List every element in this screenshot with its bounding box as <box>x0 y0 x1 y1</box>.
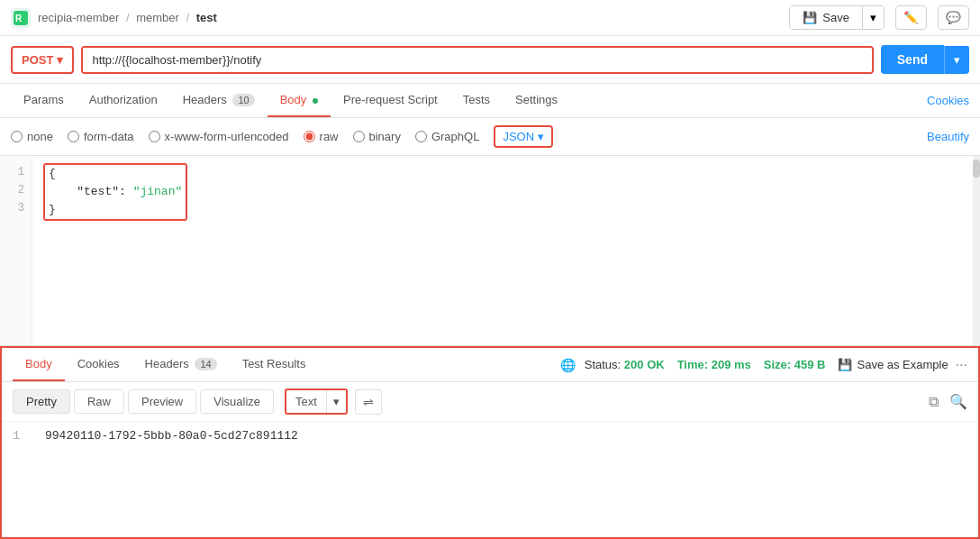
resp-wrap-button[interactable]: ⇌ <box>355 389 382 415</box>
code-editor: 1 2 3 { "test": "jinan" } <box>0 156 980 346</box>
cookies-link[interactable]: Cookies <box>927 85 969 116</box>
beautify-link[interactable]: Beautify <box>927 130 969 143</box>
resp-text-select: Text ▾ <box>285 388 348 415</box>
request-tabs-row: Params Authorization Headers 10 Body Pre… <box>0 84 980 118</box>
resp-status: Status: 200 OK <box>585 358 665 371</box>
save-dropdown-arrow[interactable]: ▾ <box>862 6 884 29</box>
edit-icon: ✏️ <box>903 11 919 24</box>
json-label: JSON <box>503 130 534 143</box>
tab-pre-request-script[interactable]: Pre-request Script <box>331 84 450 117</box>
method-label: POST <box>22 53 53 67</box>
svg-text:R: R <box>15 14 23 23</box>
code-line-2: "test": "jinan" <box>49 183 182 201</box>
chevron-down-icon: ▾ <box>870 11 876 24</box>
view-preview-button[interactable]: Preview <box>128 389 196 414</box>
view-raw-button[interactable]: Raw <box>74 389 124 414</box>
resp-body-options-row: Pretty Raw Preview Visualize Text ▾ ⇌ ⧉ … <box>2 382 978 422</box>
save-icon: 💾 <box>803 11 817 24</box>
breadcrumb: recipia-member / member / test <box>38 11 782 24</box>
save-example-icon: 💾 <box>838 358 852 371</box>
breadcrumb-part2: member <box>136 11 179 24</box>
json-type-dropdown[interactable]: JSON ▾ <box>494 125 553 148</box>
search-icon: 🔍 <box>949 394 967 409</box>
resp-tab-headers[interactable]: Headers 14 <box>132 348 230 381</box>
resp-text-arrow[interactable]: ▾ <box>326 390 346 413</box>
view-pretty-button[interactable]: Pretty <box>13 389 70 414</box>
line-numbers: 1 2 3 <box>0 156 32 345</box>
breadcrumb-sep2: / <box>186 11 190 24</box>
code-content[interactable]: { "test": "jinan" } <box>32 156 973 345</box>
resp-size: Size: 459 B <box>764 358 826 371</box>
time-value: 209 ms <box>712 358 751 371</box>
size-value: 459 B <box>794 358 826 371</box>
url-input[interactable] <box>83 48 871 72</box>
body-opt-binary[interactable]: binary <box>353 130 401 143</box>
resp-search-button[interactable]: 🔍 <box>949 393 967 410</box>
breadcrumb-current: test <box>196 11 217 24</box>
response-section: Body Cookies Headers 14 Test Results 🌐 S… <box>0 346 980 539</box>
line-num-3: 3 <box>0 199 32 217</box>
tab-tests[interactable]: Tests <box>450 84 503 117</box>
body-options-row: none form-data x-www-form-urlencoded raw… <box>0 118 980 156</box>
line-num-1: 1 <box>0 163 32 181</box>
body-opt-raw[interactable]: raw <box>304 130 339 143</box>
save-example-button[interactable]: 💾 Save as Example <box>838 358 948 371</box>
code-line-1: { <box>49 165 182 183</box>
resp-line-numbers: 1 <box>2 427 34 445</box>
view-visualize-button[interactable]: Visualize <box>200 389 274 414</box>
scrollbar[interactable] <box>973 156 980 345</box>
resp-text-label: Text <box>286 390 326 413</box>
body-opt-form-data[interactable]: form-data <box>68 130 134 143</box>
status-code: 200 OK <box>624 358 665 371</box>
breadcrumb-part1: recipia-member <box>38 11 119 24</box>
body-opt-graphql[interactable]: GraphQL <box>415 130 479 143</box>
resp-copy-button[interactable]: ⧉ <box>929 394 939 410</box>
comment-icon: 💬 <box>946 11 961 24</box>
line-num-2: 2 <box>0 181 32 199</box>
resp-time: Time: 209 ms <box>677 358 751 371</box>
edit-button[interactable]: ✏️ <box>895 5 927 30</box>
send-button[interactable]: Send <box>881 45 944 74</box>
more-options-button[interactable]: ··· <box>956 357 967 373</box>
url-input-wrap <box>81 46 873 74</box>
save-button-group: 💾 Save ▾ <box>789 5 885 30</box>
resp-line-num-1: 1 <box>2 427 27 445</box>
resp-tab-cookies[interactable]: Cookies <box>65 348 132 381</box>
tab-settings[interactable]: Settings <box>503 84 570 117</box>
request-bar: POST ▾ Send ▾ <box>0 36 980 84</box>
resp-text-content: 99420110-1792-5bbb-80a0-5cd27c891112 <box>34 427 298 445</box>
code-area[interactable]: 1 2 3 { "test": "jinan" } <box>0 156 980 345</box>
tab-body[interactable]: Body <box>268 84 331 117</box>
body-opt-none[interactable]: none <box>11 130 53 143</box>
method-select[interactable]: POST ▾ <box>11 46 74 74</box>
tab-params[interactable]: Params <box>11 84 77 117</box>
response-tabs-row: Body Cookies Headers 14 Test Results 🌐 S… <box>2 348 978 382</box>
json-chevron-icon: ▾ <box>538 130 544 143</box>
scrollbar-thumb <box>973 160 980 178</box>
save-label: Save <box>822 11 849 24</box>
save-example-label: Save as Example <box>857 358 948 371</box>
comment-button[interactable]: 💬 <box>938 5 969 30</box>
top-bar: R recipia-member / member / test 💾 Save … <box>0 0 980 36</box>
response-content: 1 99420110-1792-5bbb-80a0-5cd27c891112 <box>2 422 978 451</box>
wrap-icon: ⇌ <box>363 395 374 409</box>
resp-tab-body[interactable]: Body <box>13 348 65 381</box>
app-logo: R <box>11 8 31 28</box>
copy-icon: ⧉ <box>929 394 939 409</box>
globe-icon: 🌐 <box>560 358 576 372</box>
save-button[interactable]: 💾 Save <box>790 6 862 29</box>
breadcrumb-sep1: / <box>126 11 130 24</box>
send-dropdown-arrow[interactable]: ▾ <box>944 46 969 74</box>
resp-line-1-content: 99420110-1792-5bbb-80a0-5cd27c891112 <box>45 429 298 443</box>
tab-authorization[interactable]: Authorization <box>77 84 170 117</box>
chevron-down-icon: ▾ <box>954 53 960 67</box>
code-line-3: } <box>49 201 182 219</box>
send-button-group: Send ▾ <box>881 45 969 74</box>
method-chevron-icon: ▾ <box>57 53 63 67</box>
tab-headers[interactable]: Headers 10 <box>170 84 268 117</box>
code-highlight-area: { "test": "jinan" } <box>43 163 187 221</box>
resp-tab-test-results[interactable]: Test Results <box>230 348 319 381</box>
body-dot-indicator <box>313 98 318 104</box>
headers-badge: 10 <box>232 94 254 106</box>
body-opt-urlencoded[interactable]: x-www-form-urlencoded <box>149 130 289 143</box>
